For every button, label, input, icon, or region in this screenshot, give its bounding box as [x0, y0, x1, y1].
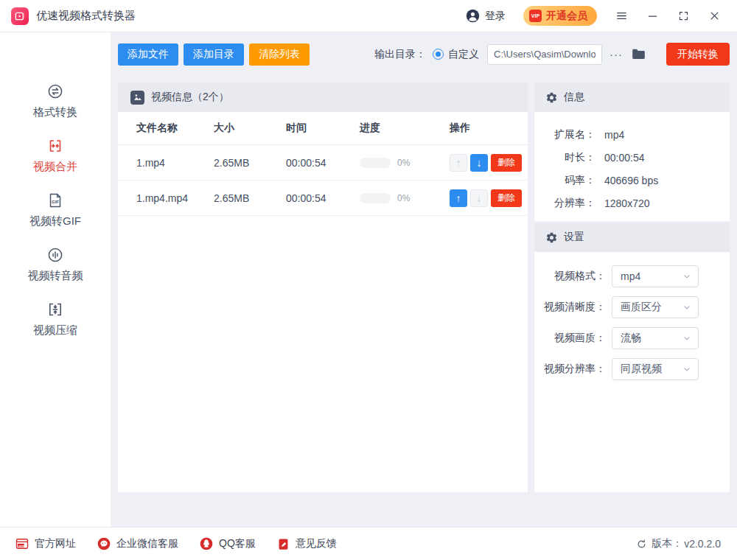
move-down-button[interactable]: ↓	[470, 189, 488, 207]
file-time: 00:00:54	[286, 192, 360, 204]
user-icon	[466, 9, 480, 23]
custom-radio-label[interactable]: 自定义	[448, 48, 479, 61]
website-icon: .com	[15, 536, 29, 551]
refresh-icon	[636, 539, 647, 550]
toolbar: 添加文件 添加目录 清除列表 输出目录： 自定义 ··· 开始转换	[118, 43, 730, 66]
video-clarity-select[interactable]: 画质区分	[612, 296, 699, 318]
format-convert-icon	[46, 83, 64, 100]
sidebar: 格式转换 视频合并 GIF 视频转GIF 视频转音频	[0, 32, 111, 527]
login-button[interactable]: 登录	[466, 9, 506, 23]
output-path-input[interactable]	[487, 44, 602, 65]
setting-video-format: 视频格式： mp4	[534, 265, 730, 287]
video-compress-icon	[46, 301, 64, 318]
delete-button[interactable]: 删除	[491, 189, 522, 207]
video-merge-icon	[46, 137, 64, 155]
sidebar-item-format-convert[interactable]: 格式转换	[0, 83, 111, 119]
info-field-extension: 扩展名： mp4	[534, 123, 730, 146]
hamburger-icon	[615, 10, 628, 22]
file-size: 2.65MB	[214, 192, 286, 204]
sidebar-item-label: 视频转音频	[28, 269, 83, 283]
sidebar-item-label: 视频压缩	[33, 323, 77, 337]
close-button[interactable]	[708, 10, 721, 23]
minimize-icon	[647, 10, 658, 21]
sidebar-item-video-to-audio[interactable]: 视频转音频	[0, 246, 111, 283]
folder-icon	[631, 46, 646, 62]
add-directory-button[interactable]: 添加目录	[184, 43, 244, 66]
gear-icon	[545, 231, 558, 244]
info-field-duration: 时长： 00:00:54	[534, 146, 730, 169]
file-name: 1.mp4	[136, 157, 214, 169]
chevron-down-icon	[682, 365, 691, 374]
version-value: v2.0.2.0	[684, 538, 721, 550]
table-row[interactable]: 1.mp4.mp4 2.65MB 00:00:54 0% ↑ ↓ 删除	[118, 181, 528, 216]
progress-percent: 0%	[397, 158, 410, 168]
add-file-button[interactable]: 添加文件	[118, 43, 178, 66]
version-info: 版本：v2.0.2.0	[636, 537, 721, 550]
footer: .com 官方网址 企业微信客服 QQ客服	[0, 527, 737, 560]
login-label: 登录	[485, 10, 506, 23]
progress-bar	[360, 158, 391, 168]
progress-percent: 0%	[397, 193, 410, 203]
wechat-service-link[interactable]: 企业微信客服	[97, 536, 178, 551]
video-to-audio-icon	[46, 246, 64, 264]
col-header-action: 操作	[450, 122, 528, 135]
video-to-gif-icon: GIF	[46, 192, 64, 209]
col-header-name: 文件名称	[136, 122, 214, 135]
feedback-icon	[276, 537, 290, 551]
setting-video-quality: 视频画质： 流畅	[534, 327, 730, 349]
menu-button[interactable]	[615, 10, 628, 23]
browse-more-button[interactable]: ···	[609, 48, 623, 60]
chevron-down-icon	[682, 303, 691, 312]
gear-icon	[545, 91, 558, 104]
svg-text:GIF: GIF	[52, 200, 59, 204]
video-format-select[interactable]: mp4	[612, 265, 699, 287]
settings-panel-header: 设置	[534, 223, 730, 252]
feedback-link[interactable]: 意见反馈	[276, 537, 337, 551]
info-panel-header: 信息	[534, 83, 730, 112]
table-column-headers: 文件名称 大小 时间 进度 操作	[118, 112, 528, 145]
version-label: 版本：	[652, 537, 682, 550]
start-convert-button[interactable]: 开始转换	[666, 43, 730, 66]
file-name: 1.mp4.mp4	[136, 192, 214, 204]
video-resolution-select[interactable]: 同原视频	[612, 358, 699, 380]
chevron-down-icon	[682, 334, 691, 343]
official-website-link[interactable]: .com 官方网址	[15, 536, 76, 551]
info-field-resolution: 分辨率： 1280x720	[534, 192, 730, 214]
app-title: 优速视频格式转换器	[36, 9, 136, 23]
open-folder-button[interactable]	[631, 46, 646, 62]
video-list-panel: 视频信息（2个） 文件名称 大小 时间 进度 操作 1.mp4 2.65MB 0…	[118, 83, 528, 492]
minimize-button[interactable]	[646, 10, 659, 23]
close-icon	[709, 10, 720, 21]
open-vip-button[interactable]: VIP 开通会员	[523, 6, 597, 26]
setting-video-resolution: 视频分辨率： 同原视频	[534, 358, 730, 380]
setting-video-clarity: 视频清晰度： 画质区分	[534, 296, 730, 318]
sidebar-item-label: 视频合并	[33, 160, 77, 174]
app-window: 优速视频格式转换器 登录 VIP 开通会员	[0, 0, 737, 560]
vip-badge-icon: VIP	[529, 10, 542, 22]
sidebar-item-video-compress[interactable]: 视频压缩	[0, 301, 111, 337]
col-header-time: 时间	[286, 122, 360, 135]
settings-panel-title: 设置	[564, 231, 584, 244]
move-up-button[interactable]: ↑	[450, 154, 467, 172]
col-header-progress: 进度	[360, 122, 450, 135]
table-row[interactable]: 1.mp4 2.65MB 00:00:54 0% ↑ ↓ 删除	[118, 145, 528, 181]
qq-service-link[interactable]: QQ客服	[199, 536, 256, 551]
sidebar-item-video-merge[interactable]: 视频合并	[0, 137, 111, 174]
progress-bar	[360, 193, 391, 203]
wechat-service-icon	[97, 536, 111, 551]
output-dir-label: 输出目录：	[374, 48, 426, 61]
move-down-button[interactable]: ↓	[470, 154, 488, 172]
delete-button[interactable]: 删除	[491, 154, 522, 172]
sidebar-item-video-to-gif[interactable]: GIF 视频转GIF	[0, 192, 111, 228]
maximize-button[interactable]	[677, 10, 690, 23]
file-time: 00:00:54	[286, 157, 360, 169]
video-quality-select[interactable]: 流畅	[612, 327, 699, 349]
right-panel: 信息 扩展名： mp4 时长： 00:00:54 码率： 406696 bps …	[534, 83, 730, 492]
settings-panel: 设置 视频格式： mp4 视频清晰度： 画质区分	[534, 223, 730, 492]
sidebar-item-label: 格式转换	[33, 105, 77, 119]
titlebar: 优速视频格式转换器 登录 VIP 开通会员	[0, 0, 737, 32]
clear-list-button[interactable]: 清除列表	[249, 43, 310, 66]
info-panel-title: 信息	[564, 91, 584, 104]
move-up-button[interactable]: ↑	[450, 189, 467, 207]
custom-radio[interactable]	[433, 49, 444, 60]
